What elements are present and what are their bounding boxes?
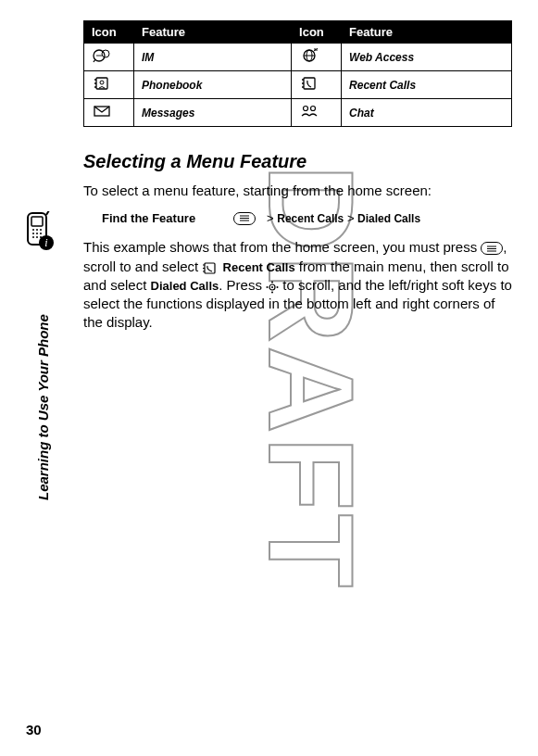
th-icon-2: Icon [292,21,342,44]
svg-point-19 [102,50,109,57]
find-feature-row: Find the Feature > Recent Calls > Dialed… [102,211,512,225]
crumb-recent: Recent Calls [277,212,344,225]
cell-im: IM [134,44,292,71]
cell-messages: Messages [134,99,292,127]
svg-point-17 [98,55,100,57]
table-row: IM Web Access [84,44,512,71]
svg-point-49 [267,286,269,288]
body-paragraph: This example shows that from the home sc… [83,238,512,332]
cell-phonebook: Phonebook [134,71,292,99]
svg-point-34 [311,107,316,111]
th-icon-1: Icon [84,21,134,44]
table-row: Phonebook Recent Calls [84,71,512,99]
crumb-dialed: Dialed Calls [357,212,420,225]
nav-key-icon [266,280,279,293]
find-label: Find the Feature [102,211,222,225]
gt-1: > [267,211,274,225]
th-feature-2: Feature [342,21,512,44]
svg-point-33 [304,107,308,111]
cell-web: Web Access [342,44,512,71]
menu-key-icon-inline [481,242,503,255]
gt-2: > [347,211,355,225]
im-icon [92,48,112,63]
feature-table: Icon Feature Icon Feature IM Web Access … [83,20,512,127]
svg-point-18 [100,55,102,57]
intro-text: To select a menu feature, starting from … [83,182,512,200]
svg-point-16 [96,55,98,57]
svg-rect-23 [96,78,107,89]
section-heading: Selecting a Menu Feature [83,151,512,172]
cell-recent: Recent Calls [342,71,512,99]
svg-point-47 [271,281,273,283]
svg-point-27 [100,81,104,84]
recent-calls-icon [299,76,319,91]
phonebook-icon [92,76,112,91]
table-row: Messages Chat [84,99,512,127]
th-feature-1: Feature [134,21,292,44]
messages-icon [92,104,112,119]
menu-key-icon [233,212,256,225]
svg-rect-41 [205,263,215,273]
svg-point-46 [271,286,273,288]
web-access-icon [299,48,319,63]
recent-calls-inline-icon [202,261,219,274]
cell-chat: Chat [342,99,512,127]
svg-point-48 [271,291,273,293]
svg-rect-28 [304,78,315,89]
chat-icon [299,104,319,119]
